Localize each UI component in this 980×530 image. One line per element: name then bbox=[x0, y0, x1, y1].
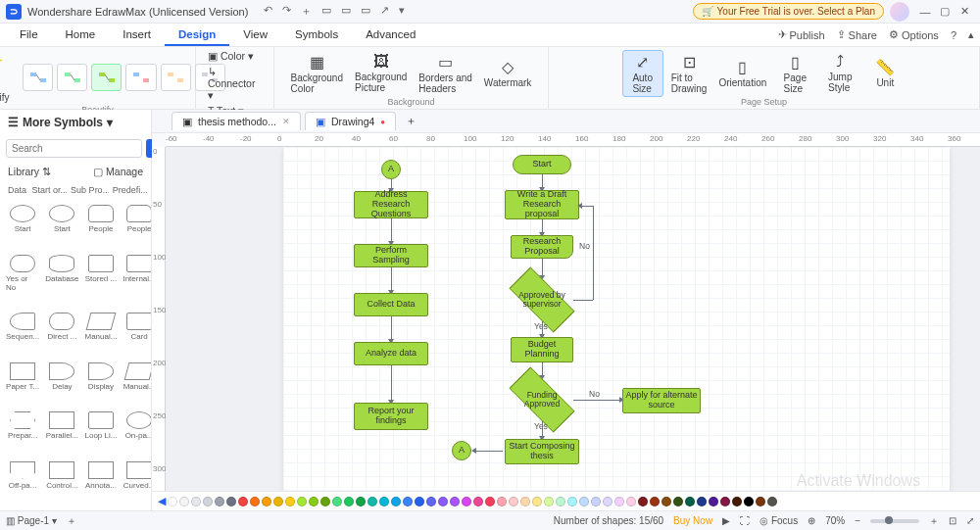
color-swatch[interactable] bbox=[462, 497, 471, 506]
shape-stencil[interactable]: Start bbox=[4, 203, 41, 251]
filter-tab[interactable]: Start or... bbox=[27, 183, 67, 197]
fit-page-icon[interactable]: ⊡ bbox=[949, 515, 956, 526]
color-swatch[interactable] bbox=[744, 497, 754, 506]
color-swatch[interactable] bbox=[638, 497, 648, 506]
process-node[interactable]: Perform Sampling bbox=[354, 244, 428, 267]
background-color-button[interactable]: ▦Background Color bbox=[287, 51, 347, 96]
color-swatch[interactable] bbox=[509, 497, 518, 506]
library-label[interactable]: Library ⇅ bbox=[8, 166, 51, 177]
maximize-button[interactable]: ▢ bbox=[935, 5, 955, 18]
color-swatch[interactable] bbox=[238, 497, 248, 506]
fullscreen-icon[interactable]: ⛶ bbox=[740, 515, 750, 526]
shape-stencil[interactable]: Sequen... bbox=[4, 311, 41, 359]
shape-stencil[interactable]: Yes or No bbox=[4, 253, 41, 310]
color-swatch[interactable] bbox=[203, 497, 213, 506]
process-node[interactable]: Address Research Questions bbox=[354, 191, 428, 218]
color-swatch[interactable] bbox=[720, 497, 730, 506]
presentation-mode-icon[interactable]: ▶ bbox=[722, 515, 730, 526]
color-swatch[interactable] bbox=[626, 497, 636, 506]
orientation-button[interactable]: ▯Orientation bbox=[714, 56, 770, 90]
color-swatch[interactable] bbox=[497, 497, 507, 506]
color-swatch[interactable] bbox=[662, 497, 671, 506]
shape-stencil[interactable]: Manual... bbox=[121, 361, 151, 409]
shape-stencil[interactable]: Display bbox=[83, 361, 120, 409]
filter-tab[interactable]: Data bbox=[4, 183, 27, 197]
shape-stencil[interactable]: Parallel... bbox=[43, 410, 80, 458]
shape-stencil[interactable]: Prepar... bbox=[4, 410, 41, 458]
focus-button[interactable]: ◎ Focus bbox=[760, 515, 798, 526]
color-swatch[interactable] bbox=[591, 497, 601, 506]
color-swatch[interactable] bbox=[685, 497, 695, 506]
color-swatch[interactable] bbox=[344, 497, 354, 506]
process-node[interactable]: Apply for alternate source bbox=[622, 388, 701, 413]
redo-icon[interactable]: ↷ bbox=[282, 4, 291, 19]
color-swatch[interactable] bbox=[356, 497, 366, 506]
color-swatch[interactable] bbox=[426, 497, 436, 506]
new-tab-button[interactable]: ＋ bbox=[398, 114, 424, 128]
filter-tab[interactable]: Sub Pro... bbox=[67, 183, 109, 197]
shape-stencil[interactable]: On-pa... bbox=[121, 410, 151, 458]
color-swatch[interactable] bbox=[603, 497, 612, 506]
shape-stencil[interactable]: Annota... bbox=[83, 459, 120, 507]
color-swatch[interactable] bbox=[473, 497, 483, 506]
color-swatch[interactable] bbox=[215, 497, 224, 506]
color-swatch[interactable] bbox=[544, 497, 554, 506]
shape-stencil[interactable]: Delay bbox=[43, 361, 80, 409]
trial-banner[interactable]: 🛒 Your Free Trial is over. Select a Plan bbox=[693, 3, 884, 20]
auto-size-button[interactable]: ⤢Auto Size bbox=[622, 50, 663, 97]
color-swatch[interactable] bbox=[485, 497, 495, 506]
color-swatch[interactable] bbox=[520, 497, 530, 506]
color-swatch[interactable] bbox=[732, 497, 742, 506]
color-swatch[interactable] bbox=[709, 497, 718, 506]
color-swatch[interactable] bbox=[273, 497, 283, 506]
shape-stencil[interactable]: Loop Li... bbox=[83, 410, 120, 458]
menu-tab-view[interactable]: View bbox=[229, 24, 281, 46]
new-icon[interactable]: ＋ bbox=[301, 4, 312, 19]
process-node[interactable]: Analyze data bbox=[354, 342, 428, 365]
print-icon[interactable]: ▭ bbox=[361, 4, 370, 19]
expand-icon[interactable]: ⤢ bbox=[966, 515, 974, 526]
zoom-slider[interactable] bbox=[870, 519, 919, 523]
connector-dropdown[interactable]: ↳ Connector ▾ bbox=[206, 65, 264, 102]
menu-tab-design[interactable]: Design bbox=[165, 24, 229, 46]
unit-button[interactable]: 📏Unit bbox=[864, 56, 906, 90]
menu-tab-file[interactable]: File bbox=[6, 24, 52, 46]
color-swatch[interactable] bbox=[579, 497, 589, 506]
borders-headers-button[interactable]: ▭Borders and Headers bbox=[415, 51, 475, 96]
close-button[interactable]: ✕ bbox=[955, 5, 974, 18]
menu-tab-symbols[interactable]: Symbols bbox=[281, 24, 352, 46]
color-swatch[interactable] bbox=[403, 497, 413, 506]
document-tab[interactable]: ▣ thesis methodo... ✕ bbox=[172, 112, 301, 130]
color-swatch[interactable] bbox=[450, 497, 460, 506]
decision-node[interactable]: Approved by supervisor bbox=[511, 278, 573, 321]
color-swatch[interactable] bbox=[320, 497, 330, 506]
jump-style-button[interactable]: ⤴Jump Style bbox=[819, 51, 860, 95]
process-node[interactable]: Start Composing thesis bbox=[505, 439, 579, 464]
share-button[interactable]: ⇪Share bbox=[837, 28, 877, 41]
one-click-beautify-button[interactable]: ✨One Click Beautify bbox=[0, 49, 19, 105]
shape-stencil[interactable]: Stored ... bbox=[83, 253, 120, 310]
color-swatch[interactable] bbox=[697, 497, 707, 506]
zoom-fit-icon[interactable]: ⊕ bbox=[808, 515, 815, 526]
style-preset-2[interactable] bbox=[57, 64, 87, 91]
undo-icon[interactable]: ↶ bbox=[264, 4, 272, 19]
zoom-level[interactable]: 70% bbox=[825, 515, 845, 526]
shape-stencil[interactable]: Database bbox=[43, 253, 80, 310]
minimize-button[interactable]: — bbox=[915, 6, 935, 18]
process-node[interactable]: Report your findings bbox=[354, 403, 428, 430]
collapse-ribbon-button[interactable]: ▴ bbox=[968, 28, 974, 41]
shape-stencil[interactable]: Control... bbox=[43, 459, 80, 507]
shape-stencil[interactable]: Manual... bbox=[83, 311, 120, 359]
close-tab-icon[interactable]: ✕ bbox=[282, 117, 290, 126]
color-swatch[interactable] bbox=[614, 497, 624, 506]
color-swatch[interactable] bbox=[262, 497, 271, 506]
color-swatch[interactable] bbox=[368, 497, 377, 506]
color-swatch[interactable] bbox=[391, 497, 401, 506]
fit-to-drawing-button[interactable]: ⊡Fit to Drawing bbox=[667, 51, 711, 96]
filter-tab[interactable]: Predefi... bbox=[109, 183, 147, 197]
document-tab[interactable]: ▣ Drawing4 bbox=[305, 112, 396, 130]
buy-now-link[interactable]: Buy Now bbox=[673, 515, 712, 526]
document-node[interactable]: Research Proposal bbox=[511, 235, 573, 259]
color-swatch[interactable] bbox=[297, 497, 307, 506]
color-swatch[interactable] bbox=[756, 497, 765, 506]
